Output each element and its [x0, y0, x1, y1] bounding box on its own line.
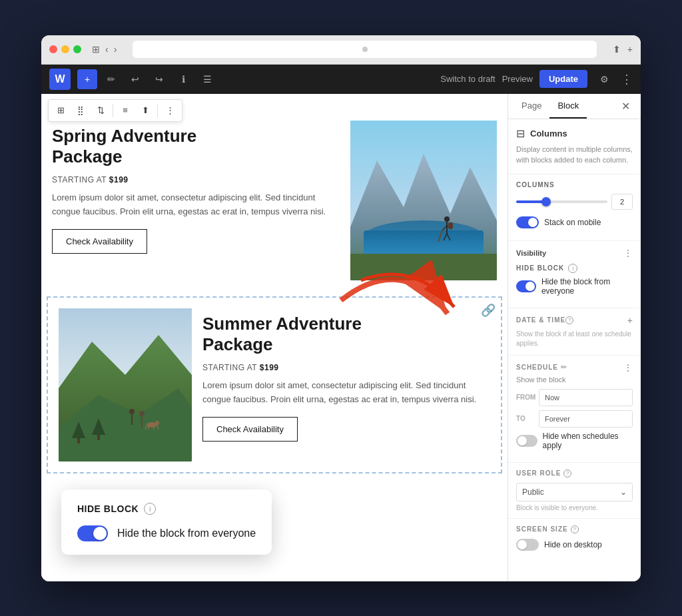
hide-block-toggle[interactable]: [516, 280, 536, 292]
close-button[interactable]: [49, 45, 57, 53]
schedule-more-icon[interactable]: ⋮: [623, 362, 633, 373]
hide-when-row: Hide when schedules apply: [516, 432, 633, 450]
user-role-info-icon[interactable]: ?: [563, 469, 571, 477]
hide-block-toggle-row: Hide the block from everyone: [516, 277, 633, 296]
to-input[interactable]: Forever: [539, 410, 633, 428]
tooltip-toggle-label: Hide the block from everyone: [117, 527, 256, 539]
columns-icon[interactable]: ⊞: [51, 101, 70, 120]
card-spring: Spring AdventurePackage STARTING AT $199…: [41, 94, 508, 291]
undo-button[interactable]: ↩: [125, 69, 145, 89]
block-toolbar: ⊞ ⣿ ⇅ ≡ ⬆ ⋮: [48, 99, 182, 122]
hide-block-tooltip: HIDE BLOCK i Hide the block from everyon…: [61, 489, 272, 555]
schedule-edit-icon[interactable]: ✏: [561, 363, 567, 372]
sidebar-panel: Page Block ✕ ⊟ Columns Display content i…: [508, 94, 641, 581]
move-up-down-icon[interactable]: ⇅: [91, 101, 110, 120]
info-button[interactable]: ℹ: [173, 69, 193, 89]
more-options-button[interactable]: ⋮: [621, 72, 633, 87]
card-summer-starting-at: STARTING AT $199: [202, 363, 490, 372]
tab-page[interactable]: Page: [513, 94, 549, 119]
screen-size-section: SCREEN SIZE ? Hide on desktop: [508, 519, 641, 563]
card-summer-image: [59, 308, 192, 462]
hide-block-info-icon[interactable]: i: [568, 264, 577, 273]
check-availability-button-2[interactable]: Check Availability: [202, 417, 298, 442]
pages-icon[interactable]: ⊞: [92, 44, 100, 55]
screen-size-label: SCREEN SIZE: [516, 525, 568, 533]
svg-rect-17: [77, 438, 80, 444]
update-button[interactable]: Update: [539, 70, 587, 88]
user-role-header: USER ROLE ?: [516, 469, 633, 477]
to-label: TO: [516, 415, 535, 422]
schedule-section: SCHEDULE ✏ ⋮ Show the block FROM Now TO …: [508, 356, 641, 463]
hide-block-toggle-knob: [525, 282, 535, 291]
svg-rect-19: [97, 435, 100, 440]
stack-on-mobile-label: Stack on mobile: [544, 218, 601, 227]
svg-point-22: [139, 411, 145, 416]
hide-block-label: HIDE BLOCK: [516, 264, 564, 272]
card-summer: 🔗: [47, 296, 502, 473]
from-input[interactable]: Now: [539, 389, 633, 406]
share-icon[interactable]: ⬆: [613, 44, 621, 55]
hide-when-toggle[interactable]: [516, 435, 537, 447]
more-options-toolbar-icon[interactable]: ⋮: [161, 101, 179, 120]
list-view-button[interactable]: ☰: [197, 69, 217, 89]
screen-size-info-icon[interactable]: ?: [571, 525, 579, 533]
card-spring-starting-at: STARTING AT $199: [52, 175, 340, 184]
columns-value-input[interactable]: 2: [611, 194, 633, 210]
card-spring-image: [350, 121, 497, 280]
browser-navigation: ⊞ ‹ ›: [92, 44, 117, 55]
panel-close-button[interactable]: ✕: [616, 95, 635, 118]
preview-button[interactable]: Preview: [502, 74, 533, 84]
hide-desktop-toggle[interactable]: [516, 539, 539, 551]
user-role-label: USER ROLE: [516, 469, 561, 477]
stack-on-mobile-row: Stack on mobile: [516, 216, 633, 228]
svg-rect-4: [350, 254, 497, 280]
wp-logo: W: [49, 69, 71, 90]
new-tab-icon[interactable]: +: [627, 44, 633, 55]
admin-bar-right: Switch to draft Preview Update ⚙ ⋮: [440, 69, 633, 89]
date-time-info-icon[interactable]: ?: [565, 316, 573, 324]
card-spring-content: Spring AdventurePackage STARTING AT $199…: [52, 121, 340, 280]
edit-tool-button[interactable]: ✏: [101, 69, 121, 89]
visibility-more-icon[interactable]: ⋮: [623, 248, 633, 258]
hide-desktop-knob: [517, 540, 527, 549]
columns-slider[interactable]: [516, 200, 607, 203]
visibility-section: Visibility ⋮ HIDE BLOCK i Hide the block…: [508, 241, 641, 308]
drag-handle-icon[interactable]: ⣿: [71, 101, 90, 120]
card-spring-title: Spring AdventurePackage: [52, 126, 340, 167]
maximize-button[interactable]: [73, 45, 81, 53]
switch-draft-button[interactable]: Switch to draft: [440, 74, 495, 84]
show-block-label: Show the block: [516, 376, 633, 384]
tooltip-toggle-knob: [93, 527, 107, 540]
settings-button[interactable]: ⚙: [594, 69, 614, 89]
add-block-button[interactable]: +: [77, 69, 97, 89]
screen-size-header: SCREEN SIZE ?: [516, 525, 633, 533]
stack-on-mobile-toggle[interactable]: [516, 216, 539, 228]
from-label: FROM: [516, 394, 535, 401]
tooltip-title: HIDE BLOCK: [77, 503, 139, 514]
tooltip-content-row: Hide the block from everyone: [77, 525, 256, 541]
url-bar[interactable]: [133, 41, 596, 58]
check-availability-button-1[interactable]: Check Availability: [52, 229, 147, 254]
slider-thumb[interactable]: [541, 197, 551, 206]
minimize-button[interactable]: [61, 45, 69, 53]
block-info-section: ⊟ Columns Display content in multiple co…: [508, 119, 641, 174]
user-role-select[interactable]: Public ⌄: [516, 483, 633, 501]
card-summer-title: Summer AdventurePackage: [202, 314, 490, 355]
back-icon[interactable]: ‹: [105, 44, 109, 55]
align-top-icon[interactable]: ⬆: [136, 101, 155, 120]
tab-block[interactable]: Block: [549, 94, 587, 119]
forward-icon[interactable]: ›: [114, 44, 117, 55]
tooltip-info-icon[interactable]: i: [144, 503, 156, 515]
svg-rect-11: [448, 222, 453, 229]
user-role-section: USER ROLE ? Public ⌄ Block is visible to…: [508, 463, 641, 519]
visible-note: Block is visible to everyone.: [516, 504, 633, 511]
hide-desktop-row: Hide on desktop: [516, 539, 633, 551]
redo-button[interactable]: ↪: [149, 69, 169, 89]
date-time-add-icon[interactable]: +: [627, 315, 633, 326]
hide-when-knob: [517, 436, 527, 446]
tooltip-toggle[interactable]: [77, 525, 108, 541]
align-icon[interactable]: ≡: [116, 101, 135, 120]
toolbar-divider: [113, 104, 113, 117]
schedule-header: SCHEDULE ✏ ⋮: [516, 362, 633, 373]
svg-point-20: [129, 409, 135, 414]
